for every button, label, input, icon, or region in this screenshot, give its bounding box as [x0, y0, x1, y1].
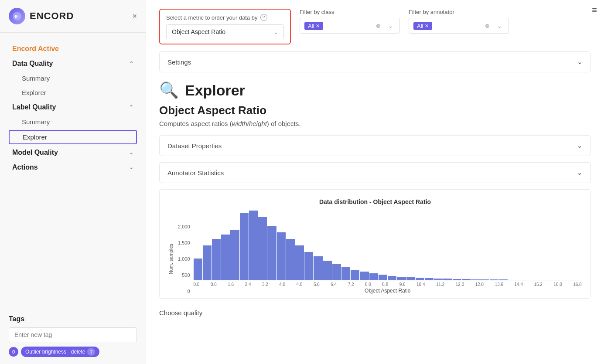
logo-text: ENCORD — [30, 10, 74, 22]
metric-description: Computes aspect ratios (width/height) of… — [159, 120, 591, 127]
settings-collapsible: Settings ⌄ — [159, 51, 591, 72]
filter-class-tag: All ✕ — [304, 22, 323, 30]
histogram-bar[interactable] — [332, 264, 341, 280]
logo-area: e ENCORD — [9, 8, 74, 24]
dataset-properties-chevron-icon: ⌄ — [577, 142, 583, 150]
annotator-statistics-collapsible: Annotator Statistics ⌄ — [159, 162, 591, 183]
histogram-bar[interactable] — [240, 213, 249, 280]
histogram-bar[interactable] — [341, 267, 350, 280]
chart-container: Data distribution - Object Aspect Ratio … — [159, 189, 591, 299]
filter-annotator-select[interactable]: All ✕ ⊗ ⌄ — [409, 18, 509, 34]
sidebar-header: e ENCORD × — [0, 0, 146, 33]
histogram-bar[interactable] — [323, 261, 332, 280]
histogram-bar[interactable] — [379, 275, 387, 280]
metric-select-group: Select a metric to order your data by ? … — [159, 9, 291, 44]
histogram-bar[interactable] — [230, 230, 239, 280]
settings-label: Settings — [167, 58, 191, 66]
sidebar-item-actions[interactable]: Actions ⌄ — [0, 160, 146, 175]
choose-quality-label: Choose quality — [159, 305, 591, 316]
chevron-down-icon-actions: ⌄ — [129, 164, 133, 170]
tags-title: Tags — [9, 315, 137, 323]
metric-title: Object Aspect Ratio — [159, 104, 591, 117]
histogram-bar[interactable] — [249, 211, 258, 280]
explorer-title-row: 🔍 Explorer — [159, 81, 591, 99]
tag-badge-outlier[interactable]: Outlier brightness - delete 7 — [21, 347, 99, 357]
explorer-title: Explorer — [185, 82, 245, 99]
histogram-bar[interactable] — [212, 239, 221, 280]
filter-class-group: Filter by class All ✕ ⊗ ⌄ — [300, 9, 400, 34]
histogram-bar[interactable] — [304, 252, 313, 280]
filter-class-chevron-button[interactable]: ⌄ — [386, 21, 395, 31]
histogram-bar[interactable] — [203, 245, 212, 280]
chevron-up-icon: ⌃ — [129, 61, 133, 67]
filter-annotator-label: Filter by annotator — [409, 9, 509, 15]
settings-chevron-icon: ⌄ — [577, 58, 583, 66]
sidebar-nav: Encord Active Data Quality ⌃ Summary Exp… — [0, 33, 146, 308]
hamburger-menu-button[interactable]: ≡ — [592, 5, 597, 15]
histogram-bar[interactable] — [369, 273, 378, 280]
sidebar-item-label-quality[interactable]: Label Quality ⌃ — [0, 100, 146, 115]
dataset-properties-collapsible: Dataset Properties ⌄ — [159, 135, 591, 156]
explorer-icon: 🔍 — [159, 81, 179, 99]
histogram-bar[interactable] — [360, 272, 369, 280]
sidebar-item-lq-summary[interactable]: Summary — [0, 115, 146, 129]
filter-annotator-group: Filter by annotator All ✕ ⊗ ⌄ — [409, 9, 509, 34]
chart-title: Data distribution - Object Aspect Ratio — [168, 198, 582, 205]
y-axis-ticks: 2,000 1,500 1,000 500 0 — [178, 224, 194, 294]
tags-row: 0 Outlier brightness - delete 7 — [9, 347, 137, 357]
dataset-properties-label: Dataset Properties — [167, 142, 222, 150]
sidebar: e ENCORD × Encord Active Data Quality ⌃ … — [0, 0, 146, 364]
histogram-bar[interactable] — [406, 277, 415, 280]
x-axis-ticks: 0.00.81.62.43.2 4.04.85.66.47.2 8.08.89.… — [194, 280, 582, 287]
main-content: Select a metric to order your data by ? … — [146, 0, 604, 325]
tag-item-count: 7 — [87, 348, 95, 356]
filter-bar: Select a metric to order your data by ? … — [159, 9, 591, 44]
metric-select-dropdown[interactable]: Object Aspect Ratio ⌄ — [166, 24, 284, 39]
histogram-bar[interactable] — [295, 245, 304, 280]
filter-annotator-clear-button[interactable]: ⊗ — [482, 21, 492, 31]
filter-annotator-remove-icon[interactable]: ✕ — [425, 23, 429, 29]
settings-collapsible-header[interactable]: Settings ⌄ — [160, 52, 590, 72]
sidebar-item-lq-explorer[interactable]: Explorer — [9, 130, 137, 144]
dataset-properties-header[interactable]: Dataset Properties ⌄ — [160, 136, 590, 156]
histogram-bar[interactable] — [397, 277, 406, 280]
dropdown-chevron-icon: ⌄ — [273, 29, 278, 35]
svg-text:e: e — [14, 13, 18, 20]
chevron-up-icon-lq: ⌃ — [129, 104, 133, 110]
histogram-bar[interactable] — [314, 256, 322, 280]
histogram-bar[interactable] — [221, 235, 230, 280]
histogram-bar[interactable] — [388, 276, 396, 280]
filter-class-label: Filter by class — [300, 9, 400, 15]
chevron-down-icon-mq: ⌄ — [129, 150, 133, 156]
metric-label: Select a metric to order your data by ? — [166, 14, 284, 21]
tag-count-badge: 0 — [9, 347, 18, 357]
annotator-statistics-chevron-icon: ⌄ — [577, 169, 583, 177]
histogram-bar[interactable] — [194, 259, 202, 280]
histogram-bar[interactable] — [286, 239, 295, 280]
x-axis-label: Object Aspect Ratio — [194, 288, 582, 294]
annotator-statistics-label: Annotator Statistics — [167, 169, 224, 177]
filter-class-remove-icon[interactable]: ✕ — [316, 23, 320, 29]
histogram-bar[interactable] — [258, 217, 267, 280]
histogram-bar[interactable] — [277, 232, 286, 280]
tag-input[interactable] — [9, 327, 137, 342]
tags-section: Tags 0 Outlier brightness - delete 7 — [0, 308, 146, 364]
annotator-statistics-header[interactable]: Annotator Statistics ⌄ — [160, 163, 590, 183]
close-button[interactable]: × — [132, 12, 137, 21]
y-axis-label: Num. samples — [168, 244, 174, 274]
main-content-area: ≡ Select a metric to order your data by … — [146, 0, 604, 364]
sidebar-item-dq-explorer[interactable]: Explorer — [0, 85, 146, 100]
filter-annotator-tag: All ✕ — [413, 22, 432, 30]
filter-class-select[interactable]: All ✕ ⊗ ⌄ — [300, 18, 400, 34]
bars-area: 0.00.81.62.43.2 4.04.85.66.47.2 8.08.89.… — [194, 211, 582, 294]
sidebar-item-model-quality[interactable]: Model Quality ⌄ — [0, 145, 146, 160]
histogram-bar[interactable] — [267, 226, 276, 280]
filter-class-clear-button[interactable]: ⊗ — [373, 21, 383, 31]
sidebar-item-data-quality[interactable]: Data Quality ⌃ — [0, 56, 146, 71]
help-icon[interactable]: ? — [260, 14, 267, 21]
filter-annotator-chevron-button[interactable]: ⌄ — [495, 21, 504, 31]
histogram-bars — [194, 211, 582, 280]
histogram-bar[interactable] — [351, 270, 359, 280]
sidebar-item-encord-active[interactable]: Encord Active — [0, 41, 146, 56]
sidebar-item-dq-summary[interactable]: Summary — [0, 71, 146, 85]
